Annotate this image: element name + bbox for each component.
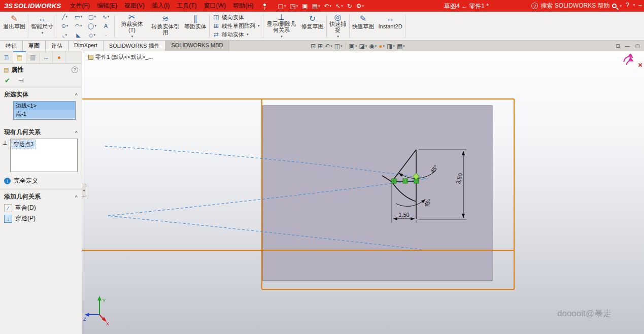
polygon-tool-button[interactable]: ◇▾ [85,31,99,40]
dimension-width[interactable]: 1.50 [398,212,409,218]
part-tree-root[interactable]: 零件1 (默认<<默认>_... [88,53,153,61]
rectangle-tool-button[interactable]: ▭▾ [72,13,85,21]
chevron-down-icon: ▾ [355,44,357,48]
rapid-sketch-button[interactable]: ✎ 快速草图 [350,12,377,40]
fillet-tool-button[interactable]: ◟▾ [58,31,72,40]
coincident-relation-button[interactable]: ∕ 重合(D) [0,203,82,213]
select-button[interactable]: ↖▾ [334,2,345,10]
menu-edit[interactable]: 编辑(E) [93,1,121,11]
ellipse-tool-button[interactable]: ◯▾ [85,22,99,30]
keep-visible-pin-button[interactable]: ⊣ [18,77,23,84]
convert-entities-button[interactable]: ≋ 转换实体引用 [149,12,182,40]
panel-splitter-handle[interactable]: ◂ [82,184,86,197]
menu-file[interactable]: 文件(F) [66,1,93,11]
menu-help[interactable]: 帮助(H) [229,1,257,11]
existing-relations-listbox[interactable]: 穿透点3 [10,139,78,172]
open-button[interactable]: ◳▾ [288,2,299,10]
linear-pattern-button[interactable]: ⊞线性草图阵列▾ [212,22,261,30]
rebuild-button[interactable]: ↻ [346,2,354,10]
add-relations-header[interactable]: 添加几何关系 ^ [0,189,82,203]
tab-features[interactable]: 特征 [0,41,23,51]
text-tool-button[interactable]: A [99,22,113,30]
tab-feature-tree[interactable]: ≣ [0,51,13,63]
doc-restore-icon[interactable]: ⊡ [616,43,620,49]
zoom-area-button[interactable]: ⊞ [318,43,323,50]
slot-icon: ▢ [88,14,93,20]
tab-solidworks-addins[interactable]: SOLIDWORKS 插件 [104,41,166,51]
exit-sketch-button[interactable]: ✎ 退出草图 [1,12,27,40]
minimize-button[interactable]: – [638,2,642,9]
menu-insert[interactable]: 插入(I) [148,1,173,11]
undo-button[interactable]: ↶▾ [323,2,333,10]
display-style-button[interactable]: ◪▾ [359,43,367,50]
tab-appearances[interactable]: ● [53,51,66,63]
help-button[interactable]: ? [626,2,629,9]
orientation-triad[interactable]: Y Z X [83,296,109,326]
quick-snaps-button[interactable]: ◎ 快速捕捉 ▾ [327,12,349,40]
menu-pin-icon[interactable] [261,3,268,10]
section-view-button[interactable]: ◫▾ [334,43,343,50]
print-button[interactable]: ▤▾ [311,2,322,10]
trim-entities-button[interactable]: ✂ 剪裁实体(T) ▾ [115,12,149,40]
new-document-button[interactable]: ▢▾ [277,2,288,10]
arc-tool-button[interactable]: ◠▾ [72,22,85,30]
configurations-icon: ▥ [30,54,36,61]
ok-button[interactable]: ✔ [5,77,10,84]
circle-tool-button[interactable]: ⊙▾ [58,22,72,30]
tab-solidworks-mbd[interactable]: SOLIDWORKS MBD [165,41,229,51]
options-button[interactable]: ⚙▾ [355,2,365,10]
confirm-sketch-icon[interactable] [622,54,635,67]
graphics-area[interactable]: 零件1 (默认<<默认>_... × [82,51,644,334]
save-button[interactable]: ▣ [300,2,309,10]
collapse-icon: ^ [75,194,78,199]
repair-sketch-button[interactable]: ↻ 修复草图 [299,12,326,40]
spline-tool-button[interactable]: ∿▾ [99,13,113,21]
chevron-down-icon: ▾ [247,32,249,37]
existing-relations-header[interactable]: 现有几何关系 ^ [0,125,82,138]
move-entities-button[interactable]: ⇄移动实体▾ [212,31,261,39]
pierce-relation-button[interactable]: ↓ 穿透(P) [0,213,82,224]
line-tool-button[interactable]: ╱▾ [58,13,72,21]
instant2d-button[interactable]: ↔ Instant2D [377,12,404,40]
view-settings-button[interactable]: ▦▾ [397,43,405,50]
smart-dimension-button[interactable]: ↔ 智能尺寸 ▾ [29,12,55,40]
offset-entities-button[interactable]: ∥ 等距实体 [182,12,209,40]
previous-view-button[interactable]: ↶▾ [325,43,332,50]
mirror-entities-button[interactable]: ◫镜向实体 [212,14,261,21]
planar-surface[interactable] [262,106,492,281]
point-tool-button[interactable]: ∙ [99,31,113,40]
zoom-fit-button[interactable]: ⊡ [311,43,316,50]
tab-evaluate[interactable]: 评估 [46,41,69,51]
doc-minimize-icon[interactable]: — [625,43,630,49]
cancel-sketch-icon[interactable]: × [638,60,642,69]
list-item[interactable]: 穿透点3 [12,140,36,149]
heads-up-view-toolbar: ⊡ ⊞ ↶▾ ◫▾ ▣▾ ◪▾ ◉▾ ●▾ ◨▾ ▦▾ [311,41,405,51]
edit-appearance-button[interactable]: ●▾ [379,43,385,50]
menu-tools[interactable]: 工具(T) [173,1,200,11]
relation-marker[interactable] [392,179,396,183]
display-delete-relations-button[interactable]: ⊥ 显示/删除几何关系 ▾ [264,12,299,40]
selected-entities-listbox[interactable]: 边线<1> 点-1 [13,101,76,120]
menu-view[interactable]: 视图(V) [121,1,148,11]
panel-help-icon[interactable]: ? [72,66,78,73]
tab-dimxpert[interactable]: DimXpert [69,41,104,51]
relation-marker[interactable] [403,179,408,183]
view-orientation-button[interactable]: ▣▾ [349,43,357,50]
selected-entities-header[interactable]: 所选实体 ^ [0,87,82,101]
list-item[interactable]: 点-1 [14,110,75,118]
chevron-down-icon: ▾ [393,44,395,48]
tab-property-manager[interactable]: ▤ [13,51,26,63]
menu-window[interactable]: 窗口(W) [200,1,229,11]
view-orientation-icon: ▣ [349,43,355,50]
hide-show-items-button[interactable]: ◉▾ [369,43,377,50]
tab-configurations[interactable]: ▥ [26,51,40,63]
help-search[interactable]: ? 搜索 SOLIDWORKS 帮助 ▾ [531,2,622,10]
tab-dimxpert-manager[interactable]: ↔ [40,51,53,63]
apply-scene-button[interactable]: ◨▾ [387,43,395,50]
list-item[interactable]: 边线<1> [14,102,75,110]
slot-tool-button[interactable]: ▢▾ [85,13,99,21]
tab-sketch[interactable]: 草图 [23,41,46,51]
doc-maximize-icon[interactable]: ▢ [635,43,640,49]
chamfer-tool-button[interactable]: ◣ [72,31,85,40]
chevron-down-icon: ▾ [341,4,343,8]
